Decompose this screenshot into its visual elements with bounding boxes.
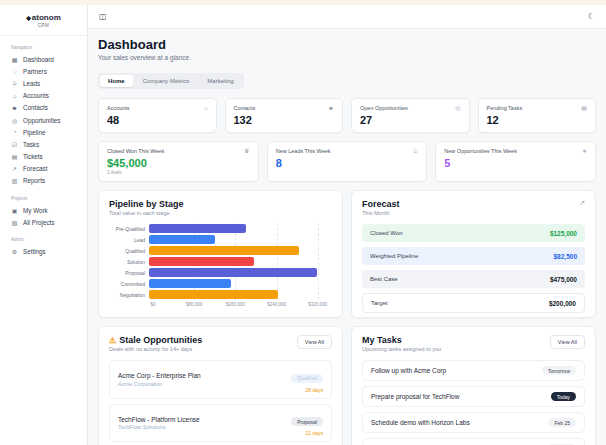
sidebar-item-all-projects[interactable]: ▧ All Projects [0, 216, 87, 228]
all-projects-icon: ▧ [11, 219, 18, 226]
card-open-opportunities: Open Opportunities ◎ 27 [351, 98, 470, 133]
trophy-icon: ♛ [244, 148, 249, 154]
tasks-title: My Tasks [362, 335, 441, 345]
opportunities-icon: ◎ [11, 117, 18, 124]
stat-card-label: Accounts [107, 105, 130, 111]
forecast-row-value: $200,000 [549, 300, 576, 307]
pipeline-icon: ◔ [11, 129, 18, 135]
days-stale: 21 days [291, 430, 323, 436]
task-item[interactable]: Schedule demo with Horizon Labs Feb 25 [362, 412, 585, 433]
stale-opportunity-item[interactable]: TechFlow - Platform License TechFlow Sol… [109, 404, 332, 443]
x-tick-label: $160,000 [226, 302, 245, 307]
main-area: ◫ ☾ Dashboard Your sales overview at a g… [88, 0, 606, 445]
sidebar-item-label: Dashboard [23, 56, 54, 63]
sidebar-item-accounts[interactable]: ⌂ Accounts [0, 90, 87, 102]
sidebar-item-label: Forecast [23, 165, 48, 172]
stat-card-value: 132 [234, 114, 335, 126]
contacts-icon: ☻ [11, 105, 18, 111]
pipeline-subtitle: Total value in each stage [109, 210, 332, 216]
theme-toggle-icon[interactable]: ☾ [588, 13, 595, 21]
warning-triangle-icon: ⚠ [109, 336, 116, 345]
stat-card-value: 48 [107, 114, 208, 126]
sidebar-item-opportunities[interactable]: ◎ Opportunities [0, 114, 87, 126]
sidebar-item-my-work[interactable]: ▣ My Work [0, 204, 87, 216]
sidebar: ◆atonom CRM Navigation ▦ Dashboard ♡ Par… [0, 0, 88, 445]
logo-text: atonom [32, 13, 61, 22]
chart-bar-pre-qualified [149, 224, 246, 233]
tab-company-metrics[interactable]: Company Metrics [135, 75, 198, 87]
forecast-icon: ↗ [11, 165, 18, 172]
sidebar-item-tasks[interactable]: ☑ Tasks [0, 138, 87, 150]
sidebar-toggle-icon[interactable]: ◫ [99, 13, 107, 21]
sidebar-item-label: Partners [23, 68, 47, 75]
tab-home[interactable]: Home [100, 75, 133, 87]
chart-category-label: Negotiation [109, 292, 149, 298]
sidebar-item-tickets[interactable]: ▤ Tickets [0, 151, 87, 163]
sidebar-item-label: Leads [23, 80, 40, 87]
tickets-icon: ▤ [11, 153, 18, 160]
sidebar-item-reports[interactable]: ▥ Reports [0, 175, 87, 187]
trending-up-icon: ↗ [579, 199, 585, 207]
sidebar-item-pipeline[interactable]: ◔ Pipeline [0, 126, 87, 138]
sidebar-item-dashboard[interactable]: ▦ Dashboard [0, 53, 87, 65]
stat-card-value: $45,000 [107, 157, 250, 169]
task-title: Prepare proposal for TechFlow [371, 393, 459, 400]
chart-bar-row: Qualified [109, 245, 332, 256]
stat-card-sub [276, 170, 419, 175]
sidebar-item-label: Settings [23, 248, 46, 255]
sidebar-item-forecast[interactable]: ↗ Forecast [0, 163, 87, 175]
opportunity-name: TechFlow - Platform License [118, 416, 200, 423]
chart-bar-negotiation [149, 290, 278, 299]
logo-subtext: CRM [0, 23, 87, 28]
chart-category-label: Qualified [109, 248, 149, 254]
chart-category-label: Proposal [109, 270, 149, 276]
stale-opportunities-panel: ⚠Stale Opportunities Deals with no activ… [98, 326, 343, 445]
task-item[interactable]: Follow up with Acme Corp Tomorrow [362, 360, 585, 381]
stat-card-value: 27 [360, 114, 461, 126]
sidebar-section-label: Projects [0, 187, 87, 204]
user-plus-icon: ☺ [412, 148, 418, 154]
sidebar-item-label: Opportunities [23, 117, 60, 124]
page-subtitle: Your sales overview at a glance. [98, 54, 596, 61]
sparkle-icon: ∗ [582, 148, 587, 154]
sidebar-item-settings[interactable]: ⚙ Settings [0, 245, 87, 257]
sidebar-item-leads[interactable]: ☺ Leads [0, 77, 87, 89]
forecast-title: Forecast [362, 199, 400, 209]
week-cards-row: Closed Won This Week ♛ $45,000 3 deals N… [98, 141, 596, 182]
stale-subtitle: Deals with no activity for 14+ days [109, 346, 202, 352]
chart-bar-row: Lead [109, 234, 332, 245]
tab-marketing[interactable]: Marketing [199, 75, 241, 87]
chart-bar-proposal [149, 268, 317, 277]
x-tick-label: $240,000 [267, 302, 286, 307]
sidebar-item-contacts[interactable]: ☻ Contacts [0, 102, 87, 114]
forecast-row-label: Closed Won [370, 230, 403, 236]
chart-bar-row: Negotiation [109, 289, 332, 300]
clipboard-icon: ▤ [581, 105, 587, 111]
stat-card-label: Contacts [234, 105, 256, 111]
stale-view-all-button[interactable]: View All [297, 335, 332, 349]
logo-mark-icon: ◆ [26, 15, 31, 21]
forecast-subtitle: This Month [362, 210, 400, 216]
chart-x-axis: $0$80,000$160,000$240,000$320,000 [153, 300, 328, 309]
stat-card-value: 8 [276, 157, 419, 169]
task-due-badge: Feb 25 [548, 418, 576, 427]
stale-opportunity-item[interactable]: Acme Corp - Enterprise Plan Acme Corpora… [109, 360, 332, 399]
days-stale: 28 days [291, 387, 323, 393]
x-tick-label: $80,000 [186, 302, 202, 307]
opportunity-name: Acme Corp - Enterprise Plan [118, 372, 201, 379]
sidebar-item-label: Accounts [23, 92, 49, 99]
stage-badge: Qualified [291, 374, 323, 383]
chart-bar-row: Proposal [109, 267, 332, 278]
task-item[interactable]: Prepare proposal for TechFlow Today [362, 386, 585, 407]
chart-bar-row: Pre-Qualified [109, 223, 332, 234]
forecast-row-weighted-pipeline: Weighted Pipeline $82,500 [362, 247, 585, 265]
sidebar-item-partners[interactable]: ♡ Partners [0, 65, 87, 77]
sidebar-item-label: All Projects [23, 219, 55, 226]
card-closed-won-this-week: Closed Won This Week ♛ $45,000 3 deals [98, 141, 259, 182]
tasks-view-all-button[interactable]: View All [550, 335, 585, 349]
tasks-icon: ☑ [11, 141, 18, 148]
card-accounts: Accounts ⌂ 48 [98, 98, 217, 133]
my-tasks-panel: My Tasks Upcoming tasks assigned to you … [351, 326, 596, 445]
task-item[interactable]: Review contract terms - Pinnacle Feb 27 [362, 438, 585, 445]
sidebar-item-label: My Work [23, 207, 48, 214]
